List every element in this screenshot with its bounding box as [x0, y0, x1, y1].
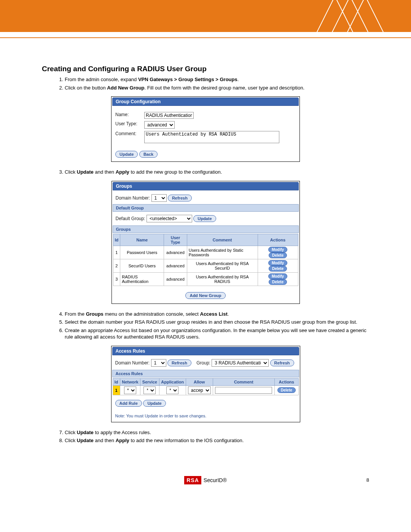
step-1: From the admin console, expand VPN Gatew… — [65, 76, 369, 83]
refresh-button[interactable]: Refresh — [167, 359, 191, 366]
col-id: Id — [113, 234, 120, 246]
col-name: Name — [120, 234, 164, 246]
comment-label: Comment: — [115, 131, 142, 136]
group-select[interactable]: 3 RADIUS Authentication — [212, 359, 269, 367]
step-8: Click Update and then Apply to add the n… — [65, 437, 369, 444]
col-application: Application — [159, 378, 186, 385]
table-row: 1 Password Users advanced Users Authenti… — [113, 246, 298, 259]
access-rules-subheader: Access Rules — [112, 370, 299, 377]
update-button[interactable]: Update — [143, 400, 166, 407]
securid-label: SecurID® — [204, 477, 227, 483]
page-number: 8 — [366, 477, 369, 483]
comment-textarea[interactable]: Users Authenticated by RSA RADIUS — [144, 131, 279, 143]
col-service: Service — [140, 378, 159, 385]
col-comment: Comment — [187, 234, 258, 246]
default-group-select[interactable]: <unselected> — [147, 215, 192, 222]
step-2: Click on the button Add New Group. Fill … — [65, 85, 369, 91]
access-rules-panel: Access Rules Domain Number: 1 Refresh Gr… — [111, 346, 300, 422]
default-group-header: Default Group — [113, 204, 299, 212]
note-text: Note: You must Update in order to save c… — [112, 411, 300, 422]
modify-button[interactable]: Modify — [268, 273, 287, 279]
col-comment: Comment — [213, 378, 275, 385]
groups-panel: Groups Domain Number: 1 Refresh Default … — [112, 181, 300, 304]
name-input[interactable] — [144, 112, 194, 119]
service-select[interactable]: * — [143, 387, 156, 394]
header-art-icon — [297, 0, 396, 32]
domain-number-select[interactable]: 1 — [151, 359, 166, 367]
panel-header: Group Configuration — [112, 97, 299, 106]
delete-button[interactable]: Delete — [269, 279, 287, 285]
delete-button[interactable]: Delete — [277, 387, 296, 393]
table-row: 1 * * * accept Delete — [113, 385, 298, 395]
allow-select[interactable]: accept — [188, 387, 211, 394]
default-group-label: Default Group: — [116, 216, 145, 221]
back-button[interactable]: Back — [139, 151, 158, 158]
panel-header: Access Rules — [112, 347, 299, 355]
rsa-mark-icon: RSA — [184, 476, 201, 484]
update-button[interactable]: Update — [193, 215, 216, 222]
add-new-group-button[interactable]: Add New Group — [185, 292, 225, 299]
domain-number-select[interactable]: 1 — [151, 194, 167, 202]
delete-button[interactable]: Delete — [269, 266, 287, 272]
user-type-label: User Type: — [115, 121, 142, 126]
modify-button[interactable]: Modify — [268, 260, 287, 266]
update-button[interactable]: Update — [115, 151, 138, 158]
delete-button[interactable]: Delete — [269, 252, 287, 258]
header-band — [0, 0, 411, 32]
step-7: Click Update to apply the Access rules. — [65, 429, 369, 436]
table-row: 2 SecurID Users advanced Users Authentic… — [113, 259, 298, 272]
col-network: Network — [120, 378, 140, 385]
user-type-select[interactable]: advanced — [144, 121, 175, 129]
group-config-panel: Group Configuration Name: User Type: adv… — [111, 96, 300, 162]
rsa-logo: RSA SecurID® — [184, 476, 226, 484]
col-actions: Actions — [275, 378, 298, 385]
step-4: From the Groups menu on the administrati… — [65, 311, 369, 318]
step-5: Select the domain number your RSA RADIUS… — [65, 319, 369, 326]
group-label: Group: — [196, 360, 210, 366]
panel-header: Groups — [113, 182, 299, 190]
col-allow: Allow — [186, 378, 213, 385]
groups-table: Id Name User Type Comment Actions 1 Pass… — [113, 234, 298, 286]
name-label: Name: — [115, 112, 142, 117]
domain-number-label: Domain Number: — [115, 360, 150, 366]
step-6: Create an appropriate Access list based … — [65, 327, 369, 340]
page-title: Creating and Configuring a RADIUS User G… — [42, 65, 369, 73]
col-user-type: User Type — [164, 234, 187, 246]
comment-input[interactable] — [215, 387, 272, 394]
refresh-button[interactable]: Refresh — [168, 195, 192, 201]
domain-number-label: Domain Number: — [116, 195, 150, 201]
modify-button[interactable]: Modify — [268, 247, 287, 252]
groups-subheader: Groups — [113, 225, 299, 233]
refresh-button[interactable]: Refresh — [270, 359, 294, 366]
col-actions: Actions — [258, 234, 298, 246]
step-3: Click Update and then Apply to add the n… — [65, 169, 369, 176]
network-select[interactable]: * — [124, 387, 136, 394]
col-id: Id — [113, 378, 120, 385]
access-rules-table: Id Network Service Application Allow Com… — [113, 378, 299, 395]
application-select[interactable]: * — [166, 387, 178, 394]
add-rule-button[interactable]: Add Rule — [115, 400, 142, 407]
table-row: 3 RADIUS Authentication advanced Users A… — [113, 272, 298, 286]
